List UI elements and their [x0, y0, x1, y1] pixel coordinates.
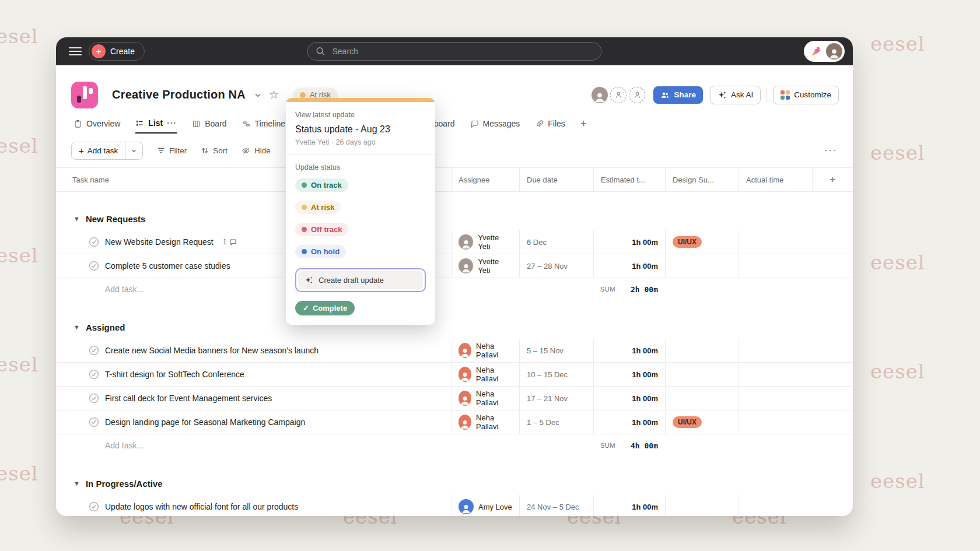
task-name[interactable]: Create new Social Media banners for New …: [105, 346, 318, 355]
design-cell[interactable]: [665, 254, 738, 278]
member-avatar[interactable]: [592, 87, 608, 103]
assignee-name[interactable]: Neha Pallavi: [476, 366, 512, 383]
assignee-name[interactable]: Amy Love: [478, 503, 512, 511]
column-header-design[interactable]: Design Su...: [665, 168, 738, 191]
task-row[interactable]: Complete 5 customer case studies Yvette …: [56, 254, 853, 278]
sort-button[interactable]: Sort: [201, 146, 228, 155]
tab-messages[interactable]: Messages: [470, 114, 520, 134]
section-header-new-requests[interactable]: ▼ New Requests: [56, 207, 853, 230]
collapse-triangle-icon[interactable]: ▼: [74, 324, 80, 331]
actual-time-cell[interactable]: [738, 387, 812, 410]
estimated-time[interactable]: 1h 00m: [593, 363, 665, 386]
task-row[interactable]: Create new Social Media banners for New …: [56, 339, 853, 363]
add-task-button[interactable]: + Add task: [71, 142, 143, 160]
invite-avatar-placeholder-icon[interactable]: [629, 87, 645, 103]
hamburger-menu-icon[interactable]: [69, 47, 82, 55]
project-icon[interactable]: [71, 82, 98, 108]
search-input[interactable]: [331, 46, 593, 57]
estimated-time[interactable]: 1h 00m: [593, 387, 665, 410]
create-button[interactable]: + Create: [89, 42, 145, 61]
latest-update-title[interactable]: Status update - Aug 23: [295, 124, 426, 135]
topbar-account-pill[interactable]: [804, 41, 845, 62]
search-bar[interactable]: [307, 42, 602, 61]
design-cell[interactable]: [665, 495, 738, 516]
tab-list[interactable]: List ···: [135, 114, 177, 134]
due-date[interactable]: 1 – 5 Dec: [519, 410, 593, 434]
assignee-name[interactable]: Neha Pallavi: [476, 342, 512, 359]
task-complete-icon[interactable]: [89, 501, 99, 512]
column-header-due[interactable]: Due date: [519, 168, 593, 191]
favorite-star-icon[interactable]: ☆: [269, 88, 279, 101]
task-complete-icon[interactable]: [89, 261, 99, 271]
customize-button[interactable]: Customize: [773, 86, 839, 104]
task-name[interactable]: First call deck for Event Management ser…: [105, 394, 272, 403]
tab-overview[interactable]: Overview: [74, 114, 120, 134]
due-date[interactable]: 10 – 15 Dec: [519, 363, 593, 386]
add-task-dropdown-button[interactable]: [125, 142, 142, 159]
column-header-assignee[interactable]: Assignee: [451, 168, 519, 191]
add-view-button[interactable]: +: [580, 114, 587, 134]
assignee-name[interactable]: Neha Pallavi: [476, 389, 512, 407]
share-button[interactable]: Share: [653, 86, 703, 104]
task-name[interactable]: Design landing page for Seasonal Marketi…: [105, 417, 305, 427]
add-column-button[interactable]: +: [812, 168, 853, 191]
add-task-inline[interactable]: Add task...: [56, 434, 451, 457]
task-row[interactable]: First call deck for Event Management ser…: [56, 387, 853, 410]
tab-files[interactable]: Files: [535, 114, 565, 134]
due-date[interactable]: 6 Dec: [519, 230, 593, 254]
task-complete-icon[interactable]: [89, 345, 99, 356]
tab-board[interactable]: Board: [192, 114, 226, 134]
due-date[interactable]: 27 – 28 Nov: [519, 254, 593, 278]
task-row[interactable]: Update logos with new official font for …: [56, 495, 853, 516]
task-name[interactable]: Complete 5 customer case studies: [105, 261, 230, 271]
assignee-name[interactable]: Yvette Yeti: [478, 233, 512, 251]
estimated-time[interactable]: 1h 00m: [593, 495, 665, 516]
task-row[interactable]: Design landing page for Seasonal Marketi…: [56, 410, 853, 434]
design-tag[interactable]: UI/UX: [673, 416, 702, 428]
ask-ai-button[interactable]: Ask AI: [710, 86, 761, 104]
filter-button[interactable]: Filter: [157, 146, 187, 155]
actual-time-cell[interactable]: [738, 254, 812, 278]
actual-time-cell[interactable]: [738, 339, 812, 362]
estimated-time[interactable]: 1h 00m: [593, 410, 665, 434]
user-avatar[interactable]: [826, 43, 842, 59]
estimated-time[interactable]: 1h 00m: [593, 230, 665, 254]
create-draft-update-button[interactable]: Create draft update: [295, 268, 426, 292]
status-option-at-risk[interactable]: At risk: [295, 201, 341, 214]
task-complete-icon[interactable]: [89, 417, 99, 427]
estimated-time[interactable]: 1h 00m: [593, 254, 665, 278]
due-date[interactable]: 17 – 21 Nov: [519, 387, 593, 410]
design-cell[interactable]: [665, 387, 738, 410]
chevron-down-icon[interactable]: [254, 91, 262, 99]
task-complete-icon[interactable]: [89, 369, 99, 380]
section-header-in-progress[interactable]: ▼ In Progress/Active: [56, 472, 853, 495]
tab-more-icon[interactable]: ···: [167, 118, 177, 128]
column-header-estimated[interactable]: Estimated t...: [593, 168, 665, 191]
task-name[interactable]: T-shirt design for SoftTech Conference: [105, 370, 244, 379]
design-tag[interactable]: UI/UX: [673, 236, 702, 248]
actual-time-cell[interactable]: [738, 363, 812, 386]
collapse-triangle-icon[interactable]: ▼: [74, 215, 80, 222]
tab-timeline[interactable]: Timeline: [242, 114, 285, 134]
design-cell[interactable]: [665, 363, 738, 386]
task-complete-icon[interactable]: [89, 237, 99, 247]
actual-time-cell[interactable]: [738, 230, 812, 254]
due-date[interactable]: 5 – 15 Nov: [519, 339, 593, 362]
status-option-off-track[interactable]: Off track: [295, 223, 348, 236]
design-cell[interactable]: [665, 339, 738, 362]
estimated-time[interactable]: 1h 00m: [593, 339, 665, 362]
complete-button[interactable]: ✓ Complete: [295, 301, 355, 315]
task-name[interactable]: Update logos with new official font for …: [105, 502, 298, 511]
status-option-on-track[interactable]: On track: [295, 178, 348, 192]
task-name[interactable]: New Website Design Request: [105, 237, 214, 247]
invite-avatar-placeholder-icon[interactable]: [610, 87, 626, 103]
task-row[interactable]: T-shirt design for SoftTech Conference N…: [56, 363, 853, 387]
hide-button[interactable]: Hide: [242, 146, 271, 155]
column-header-actual[interactable]: Actual time: [738, 168, 812, 191]
section-header-assigned[interactable]: ▼ Assigned: [56, 315, 853, 339]
task-row[interactable]: New Website Design Request 1 Yvette Yeti…: [56, 230, 853, 254]
task-complete-icon[interactable]: [89, 393, 99, 403]
actual-time-cell[interactable]: [738, 495, 812, 516]
toolbar-more-button[interactable]: ···: [824, 145, 838, 156]
collapse-triangle-icon[interactable]: ▼: [74, 480, 80, 487]
